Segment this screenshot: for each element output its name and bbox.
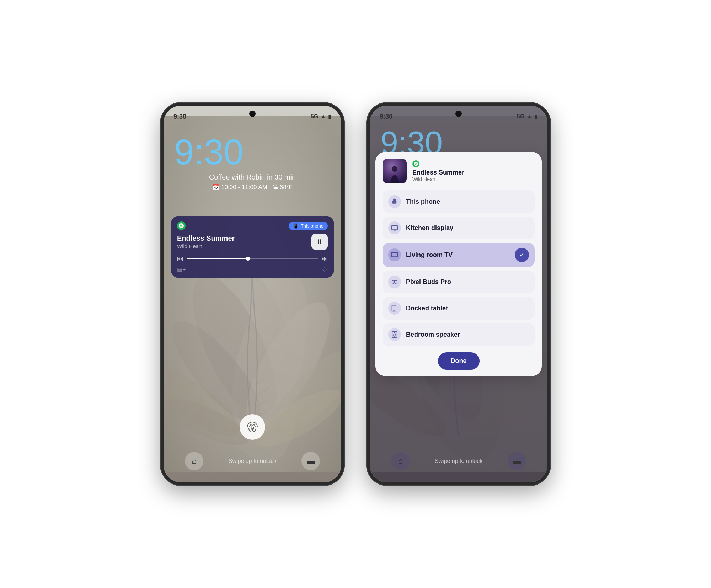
recents-button-right[interactable]: ▬ (508, 452, 526, 470)
done-button-container: Done (383, 349, 535, 370)
device-item-bedroom-speaker[interactable]: Bedroom speaker (383, 323, 535, 346)
signal-icon-right: 5G (517, 113, 524, 120)
device-icon-this-phone (388, 195, 401, 208)
check-button-living-room[interactable]: ✓ (515, 248, 529, 262)
battery-icon-left: ▮ (328, 113, 331, 120)
music-text-left: Endless Summer Wild Heart (177, 234, 235, 249)
device-name-living-room: Living room TV (406, 251, 510, 259)
output-switcher-overlay: Endless Summer Wild Heart This phone (375, 152, 542, 376)
device-name-bedroom-speaker: Bedroom speaker (406, 331, 529, 338)
overlay-track-info: Endless Summer Wild Heart (412, 160, 535, 182)
swipe-text-left: Swipe up to unlock (229, 458, 276, 464)
lock-details-left: 📅 10:00 - 11:00 AM 🌤 68°F (174, 183, 331, 191)
device-icon-docked-tablet (388, 302, 401, 315)
status-time-left: 9:30 (173, 113, 186, 121)
music-artist-left: Wild Heart (177, 243, 235, 249)
device-list: This phone Kitchen display Living room T… (383, 190, 535, 346)
camera-left (249, 111, 256, 117)
music-card-left[interactable]: 📱 This phone Endless Summer Wild Heart ⏮ (171, 216, 334, 278)
signal-icon-left: 5G (311, 113, 318, 120)
right-phone: 9:30 5G ▲ ▮ 9:30 (366, 102, 551, 486)
status-time-right: 9:30 (380, 113, 392, 121)
swipe-text-right: Swipe up to unlock (435, 458, 482, 464)
device-item-docked-tablet[interactable]: Docked tablet (383, 297, 535, 320)
progress-bar-left[interactable] (187, 258, 318, 259)
device-item-this-phone[interactable]: This phone (383, 190, 535, 213)
left-phone: 9:30 5G ▲ ▮ 9:30 Coffee with Robin in 30… (160, 102, 345, 486)
device-icon-kitchen (388, 221, 401, 234)
lock-time-left: 9:30 (174, 134, 331, 170)
progress-dot-left (246, 257, 250, 261)
overlay-spotify-icon (412, 160, 419, 167)
pause-button-left[interactable] (311, 234, 328, 250)
device-icon-living-room (388, 248, 401, 261)
music-info-left: Endless Summer Wild Heart (177, 234, 328, 250)
recents-button-left[interactable]: ▬ (301, 452, 320, 470)
music-card-header: 📱 This phone (177, 221, 328, 230)
svg-rect-18 (318, 239, 319, 244)
spotify-icon-left (177, 221, 186, 230)
device-name-pixel-buds: Pixel Buds Pro (406, 278, 529, 286)
device-icon-badge: 📱 (293, 223, 299, 229)
heart-icon[interactable]: ♡ (321, 265, 328, 274)
device-icon-pixel-buds (388, 276, 401, 288)
svg-point-39 (394, 332, 395, 333)
overlay-artist: Wild Heart (412, 176, 535, 182)
device-item-living-room[interactable]: Living room TV ✓ (383, 243, 535, 267)
device-item-pixel-buds[interactable]: Pixel Buds Pro (383, 271, 535, 293)
device-badge-left[interactable]: 📱 This phone (289, 222, 328, 230)
svg-rect-28 (392, 225, 398, 230)
album-art (383, 159, 407, 183)
overlay-title: Endless Summer (412, 169, 535, 176)
music-controls-left: ▤+ ♡ (177, 265, 328, 274)
progress-fill-left (187, 258, 246, 259)
wifi-icon-right: ▲ (526, 113, 532, 120)
queue-icon[interactable]: ▤+ (177, 266, 186, 273)
device-item-kitchen[interactable]: Kitchen display (383, 217, 535, 239)
status-icons-left: 5G ▲ ▮ (311, 113, 331, 120)
camera-right (455, 111, 462, 117)
device-icon-bedroom-speaker (388, 328, 401, 341)
svg-point-33 (393, 282, 394, 283)
fingerprint-button[interactable] (240, 414, 265, 440)
left-screen: 9:30 5G ▲ ▮ 9:30 Coffee with Robin in 30… (164, 106, 341, 482)
right-screen: 9:30 5G ▲ ▮ 9:30 (370, 106, 547, 482)
album-art-svg (383, 159, 407, 183)
music-progress-left: ⏮ ⏭ (177, 255, 328, 262)
status-icons-right: 5G ▲ ▮ (517, 113, 538, 120)
event-time-left: 📅 10:00 - 11:00 AM (212, 183, 267, 191)
sun-icon: 🌤 (272, 184, 278, 191)
lock-event-left: Coffee with Robin in 30 min (174, 173, 331, 181)
svg-point-27 (392, 166, 397, 172)
weather-left: 🌤 68°F (272, 184, 293, 191)
bottom-bar-right: ⌂ Swipe up to unlock ▬ (370, 447, 547, 482)
wifi-icon-left: ▲ (320, 113, 326, 120)
home-button-left[interactable]: ⌂ (185, 452, 203, 470)
lock-content-left: 9:30 Coffee with Robin in 30 min 📅 10:00… (164, 127, 341, 198)
svg-point-38 (394, 334, 396, 336)
music-title-left: Endless Summer (177, 234, 235, 242)
calendar-icon: 📅 (212, 183, 220, 191)
prev-icon[interactable]: ⏮ (177, 255, 183, 262)
svg-rect-19 (320, 239, 321, 244)
device-name-kitchen: Kitchen display (406, 224, 529, 232)
done-button[interactable]: Done (438, 352, 480, 370)
home-button-right[interactable]: ⌂ (391, 452, 410, 470)
device-name-docked-tablet: Docked tablet (406, 305, 529, 312)
battery-icon-right: ▮ (534, 113, 538, 120)
bottom-bar-left: ⌂ Swipe up to unlock ▬ (164, 447, 341, 482)
svg-point-34 (395, 282, 396, 283)
device-name-this-phone: This phone (406, 198, 529, 205)
overlay-header: Endless Summer Wild Heart (383, 159, 535, 183)
next-icon[interactable]: ⏭ (321, 255, 328, 262)
